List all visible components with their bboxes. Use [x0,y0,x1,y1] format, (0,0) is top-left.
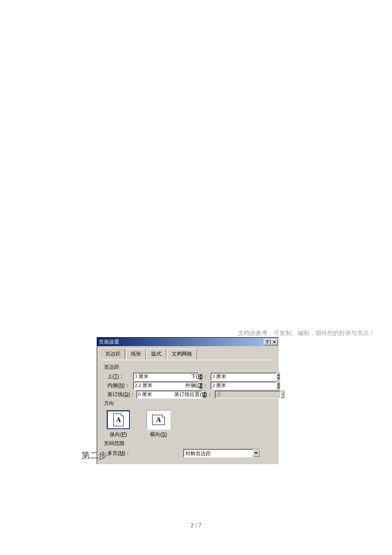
top-margin-spinner[interactable] [133,373,172,381]
page-number: 2 / 7 [0,522,392,529]
portrait-icon-box[interactable]: A [107,410,130,430]
orientation-section-label: 方向 [102,399,274,408]
dialog-titlebar[interactable]: 页面设置 ? × [97,338,279,346]
gutter-pos-label: 装订线位置(U)： [172,391,215,398]
bottom-margin-input[interactable] [210,373,277,381]
spin-down-icon[interactable] [277,386,280,390]
spin-down-icon[interactable] [277,377,280,381]
step-heading: 第二步 [81,450,107,461]
multipage-combo[interactable]: 对称页边距 [183,449,260,457]
outside-margin-label: 外侧(O)： [172,382,210,389]
gutter-pos-combo [215,390,251,399]
top-margin-label: 上(T)： [102,373,133,380]
bottom-margin-spinner[interactable] [210,373,250,381]
dialog-tabs: 页边距 纸张 版式 文档网格 [97,346,279,360]
multipage-value: 对称页边距 [184,449,253,457]
landscape-label: 横向(S) [150,430,167,438]
page-range-section-label: 页码范围 [102,439,274,448]
dropdown-icon[interactable] [253,449,259,457]
margins-panel: 页边距 上(T)： 下(B)： 内侧(N)： 外侧(O)： [101,360,275,461]
gutter-spinner[interactable] [136,390,172,399]
page-setup-dialog: 页面设置 ? × 页边距 纸张 版式 文档网格 页边距 上(T)： 下(B)： … [97,337,279,464]
margins-section-label: 页边距 [102,363,274,372]
inside-margin-label: 内侧(N)： [102,382,133,389]
orientation-portrait[interactable]: A 纵向(P) [105,410,132,438]
orientation-landscape[interactable]: A 横向(S) [145,410,172,438]
outside-margin-spinner[interactable] [210,382,250,390]
tab-margins[interactable]: 页边距 [101,349,125,360]
dialog-title: 页面设置 [99,338,119,346]
landscape-icon-box[interactable]: A [147,410,170,430]
landscape-page-icon: A [152,415,165,425]
tab-paper[interactable]: 纸张 [126,349,146,360]
tab-docgrid[interactable]: 文档网格 [167,349,197,360]
tab-layout[interactable]: 版式 [147,349,166,360]
inside-margin-spinner[interactable] [133,382,172,390]
gutter-pos-input [215,390,281,399]
spin-up-icon[interactable] [277,373,280,377]
gutter-label: 装订线(G)： [102,391,136,398]
bottom-margin-label: 下(B)： [172,373,210,380]
outside-margin-input[interactable] [210,382,277,390]
close-button[interactable]: × [271,339,278,345]
portrait-page-icon: A [113,413,124,426]
dropdown-icon [281,391,284,398]
help-button[interactable]: ? [264,339,271,345]
multipage-label: 多页(M)： [102,450,183,457]
document-note-text: 文档供参考，可复制、编制，期待您的好评与关注！ [238,330,375,337]
portrait-label: 纵向(P) [110,430,127,438]
spin-up-icon[interactable] [277,382,280,386]
